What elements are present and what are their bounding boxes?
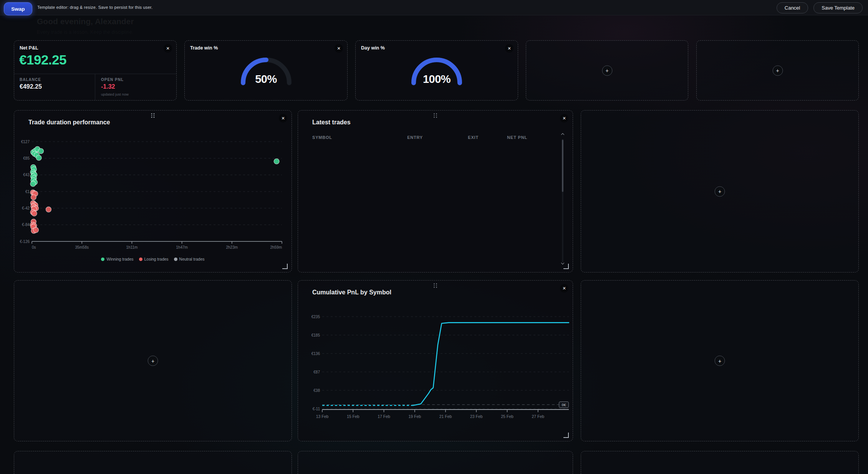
trades-table: SYMBOLENTRYEXITNET PNL	[312, 132, 527, 145]
widget-empty-slot: +	[581, 280, 859, 441]
net-pnl-value: €192.25	[19, 52, 66, 68]
close-icon[interactable]: ✕	[505, 44, 514, 53]
ghost-greeting: Good evening, Alexander	[37, 17, 134, 26]
dashboard-canvas: Good evening, Alexander Every trade is a…	[0, 0, 868, 474]
save-template-button[interactable]: Save Template	[813, 2, 863, 13]
day-win-gauge: 100%	[404, 49, 469, 88]
editor-hint-text: Template editor: drag & resize. Save to …	[37, 5, 152, 10]
scroll-up-icon[interactable]	[561, 133, 564, 136]
open-pnl-label: OPEN PNL	[101, 78, 124, 82]
svg-text:23 Feb: 23 Feb	[470, 414, 483, 419]
add-widget-button[interactable]: +	[602, 65, 612, 76]
add-widget-button[interactable]: +	[148, 356, 158, 366]
balance-value: €492.25	[20, 83, 42, 90]
ghost-subtitle: Every trade is a lesson. Keep the discip…	[37, 29, 134, 35]
close-icon[interactable]: ✕	[560, 114, 568, 122]
svg-text:€185: €185	[311, 333, 320, 337]
svg-text:19 Feb: 19 Feb	[408, 414, 421, 419]
table-header: SYMBOLENTRYEXITNET PNL	[312, 132, 527, 145]
top-bar: Template editor: drag & resize. Save to …	[0, 0, 868, 15]
legend-dot-icon	[101, 258, 104, 261]
trade-duration-scatter-chart: €127€85€43€1€-42€-84€-1260s35m58s1h11m1h…	[14, 111, 292, 273]
legend-dot-icon	[174, 258, 177, 261]
legend-dot-icon	[139, 258, 142, 261]
legend-label: Neutral trades	[179, 257, 205, 261]
scatter-points	[30, 147, 279, 187]
close-icon[interactable]: ✕	[279, 114, 287, 122]
svg-text:€235: €235	[311, 315, 320, 319]
svg-text:€85: €85	[23, 156, 30, 160]
svg-text:€43: €43	[23, 173, 30, 177]
widget-empty-slot: +	[14, 451, 292, 474]
svg-text:€-42: €-42	[22, 206, 30, 210]
topbar-actions: Cancel Save Template	[777, 2, 863, 13]
svg-text:€-126: €-126	[20, 239, 30, 244]
add-widget-button[interactable]: +	[772, 65, 783, 76]
divider	[14, 74, 176, 74]
legend-item: Winning trades	[101, 257, 133, 261]
close-icon[interactable]: ✕	[164, 44, 172, 53]
svg-text:15 Feb: 15 Feb	[347, 414, 359, 419]
legend-item: Neutral trades	[174, 257, 205, 261]
trade-win-gauge: 50%	[234, 49, 299, 88]
balance-label: BALANCE	[20, 78, 41, 82]
widget-net-pnl: Net P&L ✕ €192.25 BALANCE €492.25 OPEN P…	[14, 40, 177, 101]
legend-item: Losing trades	[139, 257, 169, 261]
add-widget-button[interactable]: +	[715, 356, 725, 366]
cancel-button[interactable]: Cancel	[777, 2, 808, 13]
widget-title: Latest trades	[312, 119, 351, 126]
gauge-value: 100%	[404, 73, 469, 86]
ghost-header: Good evening, Alexander Every trade is a…	[37, 17, 134, 35]
svg-text:€87: €87	[313, 370, 320, 374]
svg-text:€-84: €-84	[22, 223, 30, 227]
svg-text:€38: €38	[313, 388, 320, 393]
widget-empty-slot: +	[14, 280, 292, 441]
svg-text:0s: 0s	[32, 245, 36, 249]
widget-empty-slot: +	[298, 451, 573, 474]
legend-label: Losing trades	[144, 257, 169, 261]
widget-latest-trades: Latest trades ✕ SYMBOLENTRYEXITNET PNL	[298, 110, 573, 273]
svg-text:21 Feb: 21 Feb	[439, 414, 452, 419]
widget-day-win: Day win % ✕ 100%	[355, 40, 518, 101]
cumulative-pnl-line-chart: €235€185€136€87€38€-1113 Feb15 Feb17 Feb…	[298, 281, 573, 441]
widget-empty-slot: +	[581, 451, 859, 474]
widget-title: Net P&L	[20, 45, 38, 51]
widget-trade-win: Trade win % ✕ 50%	[184, 40, 348, 101]
open-pnl-value: -1.32	[101, 83, 115, 90]
resize-handle-icon[interactable]	[563, 433, 569, 438]
svg-text:€-11: €-11	[313, 407, 320, 411]
svg-text:2h23m: 2h23m	[226, 245, 238, 249]
column-header: EXIT	[423, 135, 479, 140]
drag-handle-icon[interactable]	[434, 113, 437, 118]
svg-text:13 Feb: 13 Feb	[316, 414, 329, 419]
widget-title: Day win %	[361, 45, 385, 51]
svg-text:17 Feb: 17 Feb	[378, 414, 390, 419]
column-header: ENTRY	[361, 135, 423, 140]
legend-label: Winning trades	[106, 257, 133, 261]
swap-button[interactable]: Swap	[4, 2, 32, 15]
gauge-value: 50%	[234, 73, 299, 86]
svg-text:1h11m: 1h11m	[126, 245, 137, 249]
zero-line-badge: 0€	[559, 401, 569, 408]
divider	[95, 74, 95, 100]
svg-text:€136: €136	[311, 352, 320, 356]
close-icon[interactable]: ✕	[560, 284, 568, 292]
column-header: SYMBOL	[312, 135, 361, 140]
scrollbar-thumb[interactable]	[562, 140, 563, 192]
widget-title: Trade win %	[190, 45, 218, 51]
add-widget-button[interactable]: +	[715, 186, 725, 197]
close-icon[interactable]: ✕	[335, 44, 343, 53]
svg-text:€1: €1	[25, 190, 30, 194]
chart-legend: Winning tradesLosing tradesNeutral trade…	[14, 257, 292, 261]
svg-text:€127: €127	[21, 140, 30, 144]
svg-text:35m58s: 35m58s	[75, 245, 89, 249]
updated-timestamp: updated just now	[101, 92, 129, 96]
widget-empty-slot: +	[581, 110, 859, 273]
widget-empty-slot: +	[696, 40, 859, 101]
svg-text:27 Feb: 27 Feb	[532, 414, 544, 419]
resize-handle-icon[interactable]	[563, 264, 569, 269]
widget-cumulative-pnl: Cumulative PnL by Symbol ✕ €235€185€136€…	[298, 280, 573, 441]
resize-handle-icon[interactable]	[282, 264, 288, 269]
column-header: NET PNL	[479, 135, 527, 140]
svg-text:2h59m: 2h59m	[270, 245, 282, 249]
